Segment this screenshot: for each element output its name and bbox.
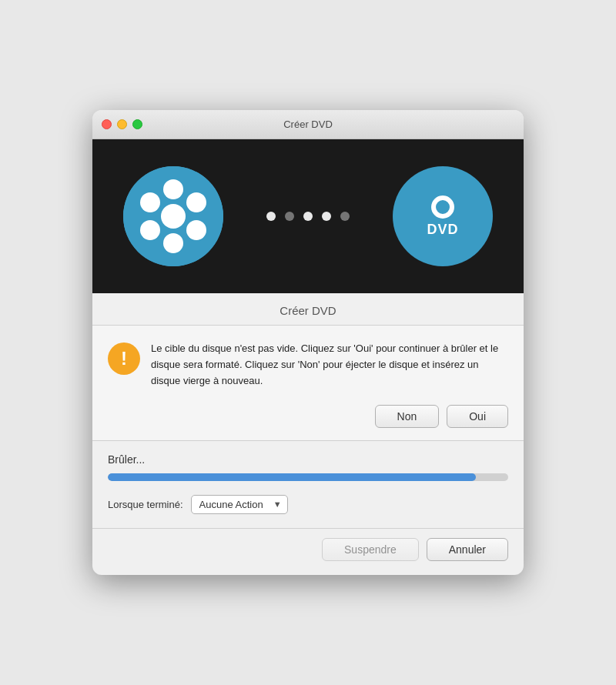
dot-3 (303, 212, 313, 221)
alert-content: ! Le cible du disque n'est pas vide. Cli… (108, 341, 508, 389)
dot-1 (266, 212, 276, 221)
alert-message: Le cible du disque n'est pas vide. Cliqu… (151, 341, 508, 389)
svg-point-2 (163, 179, 183, 199)
progress-dots (266, 212, 350, 221)
cancel-button[interactable]: Annuler (427, 538, 508, 561)
section-title: Créer DVD (92, 293, 524, 326)
svg-point-1 (161, 204, 186, 229)
svg-point-5 (186, 192, 206, 212)
progress-bar-track (108, 473, 508, 481)
action-select[interactable]: Aucune Action (191, 495, 288, 514)
header-animation-area: DVD (92, 139, 524, 293)
when-finished-label: Lorsque terminé: (108, 499, 183, 510)
non-button[interactable]: Non (375, 405, 440, 428)
dot-5 (340, 212, 350, 221)
dvd-disc-icon: DVD (393, 166, 493, 266)
maximize-button[interactable] (132, 119, 142, 129)
traffic-lights (102, 119, 142, 129)
dot-4 (322, 212, 331, 221)
progress-bar-fill (108, 473, 476, 481)
action-select-wrapper[interactable]: Aucune Action ▼ (191, 495, 288, 514)
bottom-bar: Suspendre Annuler (92, 528, 524, 575)
progress-label: Brûler... (108, 453, 508, 466)
title-bar: Créer DVD (92, 110, 524, 139)
dvd-label: DVD (427, 222, 458, 238)
progress-area: Brûler... (92, 441, 524, 481)
close-button[interactable] (102, 119, 112, 129)
main-window: Créer DVD (92, 110, 524, 574)
svg-point-3 (163, 233, 183, 253)
when-finished-row: Lorsque terminé: Aucune Action ▼ (92, 495, 524, 528)
svg-point-4 (140, 192, 160, 212)
alert-buttons: Non Oui (108, 405, 508, 428)
svg-point-6 (140, 220, 160, 240)
alert-area: ! Le cible du disque n'est pas vide. Cli… (92, 326, 524, 440)
dot-2 (285, 212, 294, 221)
film-reel-icon (123, 166, 223, 266)
oui-button[interactable]: Oui (447, 405, 508, 428)
window-title: Créer DVD (283, 119, 333, 130)
svg-point-7 (186, 220, 206, 240)
minimize-button[interactable] (117, 119, 127, 129)
warning-icon: ! (108, 342, 140, 375)
dvd-hole (431, 195, 454, 219)
suspend-button[interactable]: Suspendre (322, 538, 419, 561)
